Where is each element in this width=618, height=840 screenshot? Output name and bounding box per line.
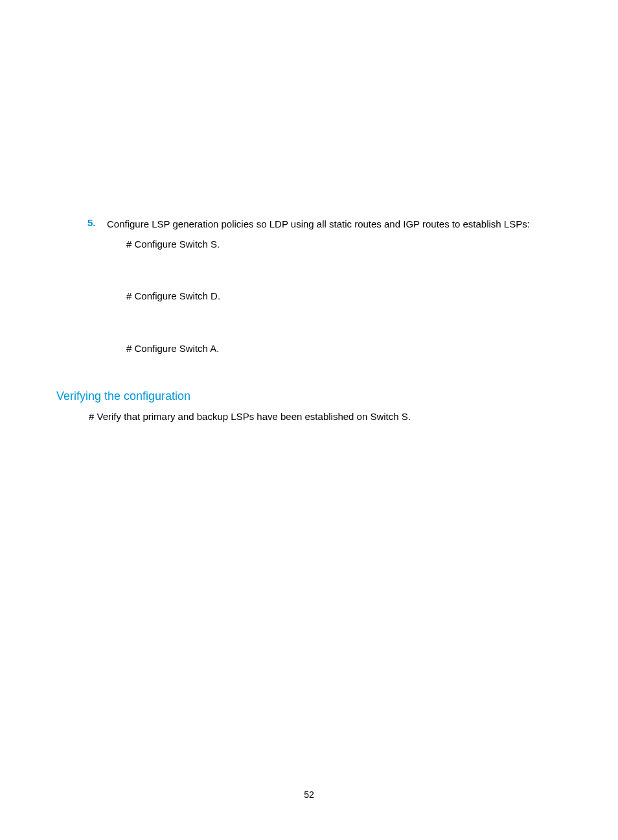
section-heading: Verifying the configuration xyxy=(56,390,550,403)
config-switch-s: # Configure Switch S. xyxy=(126,237,550,252)
config-switch-d: # Configure Switch D. xyxy=(126,289,550,304)
config-switch-a: # Configure Switch A. xyxy=(126,342,550,356)
page-number: 52 xyxy=(0,789,618,800)
numbered-step: 5. Configure LSP generation policies so … xyxy=(68,217,550,232)
verify-text: # Verify that primary and backup LSPs ha… xyxy=(89,410,550,425)
step-number: 5. xyxy=(68,217,107,232)
step-text: Configure LSP generation policies so LDP… xyxy=(107,217,550,232)
